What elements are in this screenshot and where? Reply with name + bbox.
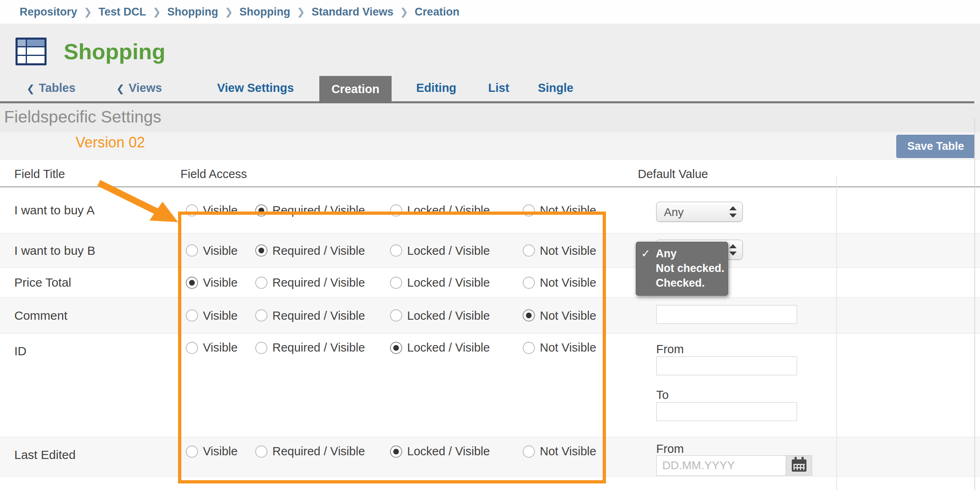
dropdown-menu-item[interactable]: ✓Any — [641, 246, 723, 261]
dropdown-menu-item[interactable]: Not checked. — [641, 261, 723, 276]
radio-option[interactable]: Required / Visible — [255, 204, 365, 217]
default-value-select[interactable]: Any — [656, 202, 743, 222]
tab-editing[interactable]: Editing — [416, 81, 456, 101]
radio-option-label: Not Visible — [540, 309, 596, 322]
page-right-edge — [974, 118, 975, 490]
range-to-input[interactable] — [656, 402, 797, 421]
radio-checked-icon[interactable] — [255, 204, 267, 216]
radio-option[interactable]: Not Visible — [523, 204, 596, 217]
radio-option[interactable]: Required / Visible — [255, 341, 365, 354]
radio-checked-icon[interactable] — [186, 276, 198, 289]
field-access-group: VisibleRequired / VisibleLocked / Visibl… — [180, 437, 653, 476]
radio-checked-icon[interactable] — [390, 445, 402, 458]
radio-option-label: Not Visible — [540, 244, 596, 257]
input-label: From — [656, 343, 684, 356]
radio-checked-icon[interactable] — [390, 342, 402, 354]
radio-option-label: Required / Visible — [272, 276, 365, 290]
radio-option[interactable]: Visible — [186, 445, 238, 458]
radio-checked-icon[interactable] — [255, 245, 267, 257]
page: Repository ❯ Test DCL ❯ Shopping ❯ Shopp… — [0, 0, 980, 490]
radio-unchecked-icon[interactable] — [186, 245, 198, 257]
radio-option-label: Not Visible — [540, 204, 596, 217]
radio-unchecked-icon[interactable] — [523, 204, 535, 216]
save-table-button[interactable]: Save Table — [896, 135, 975, 158]
radio-unchecked-icon[interactable] — [186, 204, 198, 216]
radio-unchecked-icon[interactable] — [186, 342, 198, 354]
radio-option[interactable]: Locked / Visible — [390, 445, 490, 458]
field-title: Comment — [0, 298, 190, 333]
range-from-input[interactable] — [656, 356, 797, 375]
radio-option[interactable]: Visible — [186, 341, 238, 354]
radio-option-label: Visible — [203, 309, 238, 322]
radio-option-label: Visible — [203, 276, 238, 290]
radio-unchecked-icon[interactable] — [523, 276, 535, 289]
radio-option[interactable]: Locked / Visible — [390, 204, 490, 217]
radio-option[interactable]: Locked / Visible — [390, 309, 490, 322]
radio-option[interactable]: Not Visible — [523, 445, 596, 458]
radio-option-label: Required / Visible — [272, 341, 365, 354]
radio-unchecked-icon[interactable] — [523, 445, 535, 458]
table-row: CommentVisibleRequired / VisibleLocked /… — [0, 298, 980, 334]
tab-creation[interactable]: Creation — [319, 76, 392, 103]
select-stepper-icon — [729, 206, 737, 218]
select-dropdown-menu: ✓AnyNot checked.Checked. — [636, 242, 728, 296]
tab-list[interactable]: List — [488, 81, 510, 101]
radio-unchecked-icon[interactable] — [255, 310, 267, 322]
check-icon: ✓ — [641, 246, 650, 261]
breadcrumb-item[interactable]: Shopping — [239, 6, 290, 18]
calendar-button[interactable] — [786, 455, 812, 476]
radio-unchecked-icon[interactable] — [390, 310, 402, 322]
radio-unchecked-icon[interactable] — [390, 204, 402, 216]
breadcrumb-item[interactable]: Repository — [20, 6, 77, 18]
tab-view-settings[interactable]: View Settings — [217, 81, 294, 101]
radio-option[interactable]: Not Visible — [523, 244, 596, 257]
radio-option[interactable]: Locked / Visible — [390, 276, 490, 290]
radio-unchecked-icon[interactable] — [390, 276, 402, 289]
tab-bar: ❮Tables ❮Views View Settings Creation Ed… — [0, 76, 980, 101]
chevron-right-icon: ❯ — [84, 6, 92, 18]
dropdown-menu-item[interactable]: Checked. — [641, 276, 723, 290]
radio-option-label: Locked / Visible — [407, 204, 490, 217]
radio-unchecked-icon[interactable] — [186, 445, 198, 458]
radio-checked-icon[interactable] — [523, 310, 535, 322]
radio-option[interactable]: Visible — [186, 244, 238, 257]
radio-option[interactable]: Locked / Visible — [390, 341, 490, 354]
radio-option[interactable]: Visible — [186, 309, 238, 322]
radio-option-label: Not Visible — [540, 341, 596, 354]
radio-option[interactable]: Not Visible — [523, 309, 596, 322]
breadcrumb-item[interactable]: Standard Views — [312, 6, 394, 18]
radio-option[interactable]: Required / Visible — [255, 244, 365, 257]
table-rows: I want to buy AVisibleRequired / Visible… — [0, 187, 980, 477]
radio-unchecked-icon[interactable] — [523, 245, 535, 257]
tab-back-views[interactable]: ❮Views — [116, 81, 162, 101]
radio-option[interactable]: Locked / Visible — [390, 244, 490, 257]
input-label: From — [656, 442, 684, 456]
radio-option[interactable]: Visible — [186, 276, 238, 290]
radio-option-label: Required / Visible — [272, 204, 365, 217]
radio-unchecked-icon[interactable] — [523, 342, 535, 354]
radio-option-label: Required / Visible — [272, 244, 365, 257]
tab-back-tables[interactable]: ❮Tables — [27, 81, 76, 101]
section-heading: Fieldspecific Settings — [0, 103, 980, 132]
version-annotation: Version 02 — [76, 134, 145, 151]
radio-option[interactable]: Not Visible — [523, 341, 596, 354]
radio-unchecked-icon[interactable] — [255, 445, 267, 458]
field-access-group: VisibleRequired / VisibleLocked / Visibl… — [180, 187, 653, 233]
radio-unchecked-icon[interactable] — [186, 310, 198, 322]
date-from-input[interactable] — [656, 455, 786, 476]
radio-option[interactable]: Not Visible — [523, 276, 596, 290]
radio-unchecked-icon[interactable] — [390, 245, 402, 257]
radio-unchecked-icon[interactable] — [255, 276, 267, 289]
default-value-input[interactable] — [656, 305, 797, 324]
radio-option[interactable]: Required / Visible — [255, 309, 365, 322]
chevron-right-icon: ❯ — [297, 6, 305, 18]
radio-option[interactable]: Required / Visible — [255, 276, 365, 290]
breadcrumb-item[interactable]: Shopping — [167, 6, 218, 18]
radio-option[interactable]: Visible — [186, 204, 238, 217]
radio-unchecked-icon[interactable] — [255, 342, 267, 354]
breadcrumb-item[interactable]: Test DCL — [98, 6, 146, 18]
table-row: I want to buy BVisibleRequired / Visible… — [0, 234, 980, 268]
radio-option[interactable]: Required / Visible — [255, 445, 365, 458]
radio-option-label: Required / Visible — [272, 309, 365, 322]
tab-single[interactable]: Single — [538, 81, 573, 101]
